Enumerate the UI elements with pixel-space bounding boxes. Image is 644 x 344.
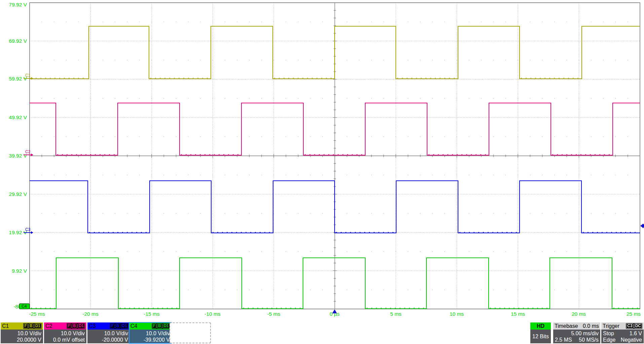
channel-badge-d1[interactable]: D1 [34, 323, 41, 329]
graticule-minor-dot [542, 251, 542, 252]
graticule-minor-dot [359, 137, 359, 137]
graticule-minor-dot [567, 98, 567, 99]
graticule-minor-dot [408, 251, 408, 252]
graticule-minor-dot [530, 98, 530, 99]
graticule-minor-dot [261, 137, 262, 137]
channel-box-body: 10.0 V/div-39.9200 V [129, 330, 172, 343]
trigger-source-badge[interactable]: C3 [626, 323, 633, 329]
graticule-minor-dot [591, 213, 591, 213]
trigger-slope: Negative [621, 337, 642, 343]
graticule-minor-dot [615, 60, 616, 60]
graticule-minor-dot [542, 22, 542, 22]
graticule-minor-dot [54, 60, 54, 60]
graticule-minor-dot [359, 22, 359, 22]
graticule-minor-dot [567, 213, 567, 213]
channel-box-c1[interactable]: C1FBD110.0 V/div20.0000 V [1, 322, 43, 343]
graticule-minor-dot [188, 137, 188, 137]
graticule-minor-dot [445, 98, 445, 99]
channel-badge-f[interactable]: F [67, 323, 71, 329]
graticule-minor-dot [273, 60, 274, 60]
graticule-minor-dot [603, 22, 604, 22]
graticule-minor-dot [567, 137, 567, 137]
timebase-box[interactable]: Timebase 0.0 ms 5.00 ms/div 2.5 MS 50 MS… [553, 322, 600, 343]
channel-marker-arrow [31, 231, 33, 234]
graticule-minor-dot [103, 60, 103, 60]
graticule-minor-dot [530, 137, 530, 137]
channel-badges: FBD1 [23, 323, 42, 329]
oscilloscope-screen: 79.92 V69.92 V59.92 V49.92 V39.92 V29.92… [0, 0, 644, 344]
graticule-minor-dot [383, 251, 384, 252]
channel-marker-label: C4 [22, 304, 27, 309]
graticule-minor-dot [54, 22, 54, 22]
channel-box-c3[interactable]: C3FBD110.0 V/div-20.0000 V [87, 322, 130, 343]
graticule-minor-dot [176, 213, 176, 213]
graticule-minor-dot [115, 137, 115, 137]
graticule-minor-dot [323, 290, 323, 290]
hd-bits: 12 Bits [532, 334, 549, 340]
graticule-minor-dot [164, 137, 164, 137]
graticule-minor-dot [115, 175, 115, 175]
channel-badge-b[interactable]: B [157, 323, 162, 329]
channel-badge-d1[interactable]: D1 [163, 323, 170, 329]
graticule-minor-dot [469, 98, 469, 99]
graticule-minor-dot [383, 60, 384, 60]
graticule-minor-dot [115, 22, 115, 22]
hd-resolution-box[interactable]: HD 12 Bits [530, 322, 551, 343]
empty-descriptor-slot[interactable] [169, 322, 211, 343]
channel-marker-c2[interactable]: C2 [25, 149, 31, 154]
channel-badge-f[interactable]: F [152, 323, 156, 329]
graticule-minor-dot [323, 213, 323, 213]
channel-badge-d1[interactable]: D1 [78, 323, 85, 329]
graticule-minor-dot [347, 213, 347, 213]
channel-box-c4[interactable]: C4FBD110.0 V/div-39.9200 V [129, 322, 172, 343]
graticule-minor-dot [615, 22, 616, 22]
trigger-level-marker[interactable] [640, 223, 643, 228]
graticule-minor-dot [542, 175, 542, 175]
graticule-minor-dot [505, 251, 506, 252]
graticule-minor-dot [188, 175, 188, 175]
trigger-coupling-badge[interactable]: DC [634, 323, 642, 329]
graticule-minor-dot [591, 98, 591, 99]
channel-badge-b[interactable]: B [115, 323, 120, 329]
graticule-minor-dot [481, 213, 482, 213]
x-axis-label: 5 ms [390, 311, 402, 317]
graticule-minor-dot [420, 22, 420, 22]
channel-badge-d1[interactable]: D1 [121, 323, 128, 329]
graticule-minor-dot [310, 175, 310, 175]
graticule-minor-dot [554, 175, 555, 175]
graticule-minor-dot [78, 60, 79, 60]
channel-offset: -39.9200 V [144, 337, 170, 343]
graticule-minor-dot [432, 60, 432, 60]
graticule-minor-dot [127, 175, 127, 175]
graticule-minor-dot [628, 213, 628, 213]
graticule-minor-dot [225, 213, 225, 213]
graticule-minor-dot [66, 290, 66, 290]
graticule-minor-dot [249, 137, 250, 137]
channel-badge-b[interactable]: B [72, 323, 77, 329]
graticule-minor-dot [457, 60, 457, 60]
graticule-minor-dot [225, 60, 225, 60]
graticule-minor-dot [481, 98, 482, 99]
channel-marker-c3[interactable]: C3 [25, 227, 31, 232]
graticule-minor-dot [359, 213, 359, 213]
graticule-minor-dot [66, 60, 66, 60]
channel-badge-f[interactable]: F [110, 323, 115, 329]
channel-badges: FBD1 [152, 323, 170, 329]
trigger-box[interactable]: Trigger C3 DC Stop 1.6 V Edge Negative [601, 322, 644, 343]
graticule-minor-dot [383, 175, 384, 175]
graticule-minor-dot [54, 251, 54, 252]
graticule-minor-dot [371, 175, 372, 175]
channel-box-c2[interactable]: C2FBD110.0 V/div0.0 mV offset [44, 322, 86, 343]
graticule-minor-dot [371, 213, 372, 213]
graticule-minor-dot [530, 251, 530, 252]
graticule-minor-dot [628, 98, 628, 99]
graticule-minor-dot [78, 213, 79, 213]
channel-badge-f[interactable]: F [24, 323, 28, 329]
graticule-minor-dot [151, 137, 152, 137]
graticule-minor-dot [505, 175, 506, 175]
channel-badge-b[interactable]: B [29, 323, 34, 329]
channel-marker-c1[interactable]: C1 [25, 73, 31, 78]
graticule-minor-dot [323, 251, 323, 252]
graticule-minor-dot [591, 22, 591, 22]
graticule-minor-dot [518, 60, 518, 60]
